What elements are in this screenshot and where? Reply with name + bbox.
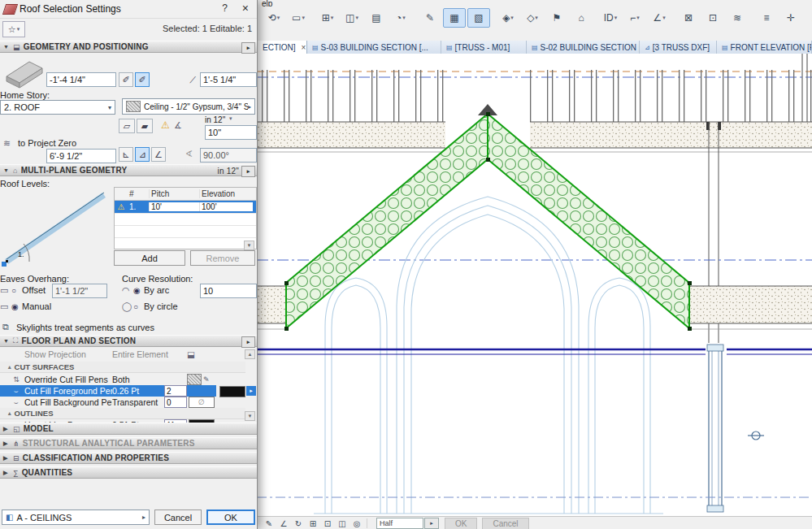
plain-roof-icon[interactable]: ▱ (119, 119, 135, 133)
pen-number-field[interactable]: 0 (164, 397, 187, 408)
drawing-canvas[interactable] (257, 54, 812, 516)
level-elevation[interactable]: 100' (199, 202, 253, 211)
cut-fill-foreground-pen-row[interactable]: ⌣ Cut Fill Foreground Pen 0.26 Pt 2 (0, 385, 216, 397)
section-model[interactable]: ▶ ◱ MODEL (0, 423, 257, 435)
layer-select[interactable]: ◧ A - CEILINGS ▸ (2, 509, 150, 525)
section-expand-icon[interactable]: ▸ (241, 336, 255, 348)
pen-color-swatch[interactable]: ∅ (189, 397, 215, 408)
favorites-button[interactable]: ☆ ▾ (2, 21, 25, 37)
scroll-down-icon[interactable]: ▼ (244, 241, 254, 250)
add-level-button[interactable]: Add (114, 250, 185, 266)
tab-3-truss-dxf[interactable]: ⊿ [3 TRUSS DXF] (640, 41, 717, 54)
outlines-subheader[interactable]: ▴ OUTLINES (0, 408, 245, 419)
trim-icon[interactable]: ⊠ (677, 8, 700, 28)
clock-icon[interactable]: ◔▾ (389, 8, 412, 28)
select-tool-icon[interactable]: ▦ (443, 8, 466, 28)
section-expand-icon[interactable]: ▸ (241, 42, 255, 54)
view-icon[interactable]: ◫▾ (341, 8, 363, 28)
roof-levels-table[interactable]: # Pitch Elevation ⚠ 1. 10' 100' (114, 187, 257, 249)
by-circle-label[interactable]: By circle (144, 301, 178, 311)
pitch-field[interactable]: 10" (205, 125, 257, 140)
list-icon[interactable]: ≡ (755, 8, 778, 28)
close-icon[interactable]: × (242, 2, 249, 15)
pen-icon[interactable]: ✎ (419, 8, 441, 28)
home-story-select[interactable]: 2. ROOF ▾ (0, 100, 115, 115)
section-structural-analytical[interactable]: ▶ ⋔ STRUCTURAL ANALYTICAL PARAMETERS (0, 437, 257, 449)
cut-fill-background-pen-row[interactable]: ⌣ Cut Fill Background Pen Transparent 0 … (0, 397, 245, 408)
measure-icon[interactable]: ⊿ (804, 8, 812, 28)
close-icon[interactable]: × (302, 43, 306, 52)
edit-mode-icon[interactable]: ✎ (263, 518, 276, 529)
solid-icon[interactable]: ◈▾ (497, 8, 519, 28)
section-geometry-positioning[interactable]: ▼ ⬓ GEOMETRY AND POSITIONING ▸ (0, 41, 257, 53)
show-projection-row[interactable]: Show Projection Entire Element ⬓ (0, 349, 245, 360)
angle-icon[interactable]: ∠▾ (648, 8, 671, 28)
level-pitch[interactable]: 10' (149, 202, 199, 211)
base-height-field[interactable]: 6'-9 1/2" (46, 149, 116, 163)
arc-resolution-field[interactable]: 10 (200, 284, 257, 298)
section-quantities[interactable]: ▶ ∑ QUANTITIES (0, 466, 257, 479)
manual-radio[interactable]: ◉ (11, 302, 19, 311)
scroll-down-icon[interactable]: ▼ (245, 411, 255, 421)
foreground-pen-swatch-group[interactable]: ▸ (218, 386, 256, 397)
pen-dropdown-icon[interactable]: ▸ (246, 386, 256, 396)
thickness-field[interactable]: 1'-5 1/4" (200, 72, 257, 87)
pivot-bottom-icon[interactable]: ✐ (135, 72, 150, 87)
panel-icon[interactable]: ▭▾ (287, 8, 310, 28)
undo-icon[interactable]: ⟲▾ (263, 8, 285, 28)
section-multiplane-geometry[interactable]: ▼ ⌂ MULTI-PLANE GEOMETRY in 12" ▸ (0, 164, 257, 176)
pivot-top-icon[interactable]: ✐ (119, 72, 133, 87)
grid-snap-icon[interactable]: ⊞ (306, 518, 319, 529)
cancel-button[interactable]: Cancel (154, 509, 202, 525)
ok-button[interactable]: OK (206, 509, 255, 525)
tab-front-elevation[interactable]: ▤ FRONT ELEVATION [FRON... (717, 41, 812, 54)
cut-surfaces-subheader[interactable]: ▴ CUT SURFACES (0, 362, 245, 373)
id-icon[interactable]: ID▾ (599, 8, 622, 28)
by-circle-radio[interactable]: ○ (133, 302, 138, 311)
top-offset-field[interactable]: -1'-4 1/4" (46, 72, 116, 87)
marquee-tool-icon[interactable]: ▧ (467, 8, 490, 28)
composite-roof-icon[interactable]: ▰ (137, 119, 153, 133)
fill-swatch[interactable] (187, 374, 202, 385)
view-options-icon[interactable]: ◫ (336, 518, 349, 529)
table-row[interactable]: ⚠ 1. 10' 100' (115, 201, 256, 214)
section-floor-plan[interactable]: ▼ ⛶ FLOOR PLAN AND SECTION ▸ (0, 335, 257, 347)
manual-label[interactable]: Manual (22, 301, 51, 311)
angle-snap-icon[interactable]: ∠ (277, 518, 290, 529)
section-expand-icon[interactable]: ▸ (241, 166, 255, 177)
outline-icon[interactable]: ◇▾ (521, 8, 544, 28)
home-icon[interactable]: ⌂ (570, 8, 593, 28)
rotate-icon[interactable]: ↻ (292, 518, 305, 529)
guide-icon[interactable]: ⊡ (321, 518, 334, 529)
tab-active-section[interactable]: ECTION] × (257, 41, 307, 54)
offset-radio[interactable]: ○ (11, 286, 16, 295)
help-icon[interactable]: ? (222, 2, 228, 14)
move-icon[interactable]: ✛ (779, 8, 802, 28)
by-arc-radio[interactable]: ◉ (133, 286, 141, 295)
pen-number-field[interactable]: 2 (164, 385, 187, 397)
corner-icon[interactable]: ⌐▾ (623, 8, 646, 28)
composite-select[interactable]: Ceiling - 1/2" Gypsum, 3/4" Strappin... … (122, 98, 255, 115)
table-row[interactable] (115, 226, 256, 238)
offset-label[interactable]: Offset (22, 285, 46, 295)
dialog-titlebar[interactable]: Roof Selection Settings ? × (0, 0, 257, 19)
tracker-icon[interactable]: ◎ (350, 518, 363, 529)
edge-vertical-icon[interactable]: ⊾ (119, 147, 133, 162)
table-row[interactable] (115, 238, 256, 249)
skylights-label[interactable]: Skylights treat segments as curves (16, 323, 154, 332)
scroll-up-icon[interactable]: ▲ (245, 349, 255, 359)
pen-color-swatch[interactable] (219, 386, 245, 397)
edge-custom-icon[interactable]: ∠ (151, 147, 166, 162)
tab-s03-building-section[interactable]: ▤ S-03 BUILDING SECTION [... (307, 41, 441, 54)
edge-perpendicular-icon[interactable]: ⊿ (135, 147, 150, 162)
section-classification-properties[interactable]: ▶ ⊟ CLASSIFICATION AND PROPERTIES (0, 452, 257, 464)
table-row[interactable] (115, 214, 256, 226)
split-icon[interactable]: ⊡ (701, 8, 724, 28)
project-zero-label[interactable]: to Project Zero (18, 138, 76, 148)
scale-dropdown-icon[interactable]: ▸ (424, 518, 439, 529)
scale-combo[interactable]: Half (376, 518, 423, 529)
layers-icon[interactable]: ▤ (365, 8, 388, 28)
pitch-unit-label[interactable]: in 12" (205, 115, 225, 124)
flag-icon[interactable]: ⚑ (545, 8, 568, 28)
wave-icon[interactable]: ≋ (726, 8, 749, 28)
